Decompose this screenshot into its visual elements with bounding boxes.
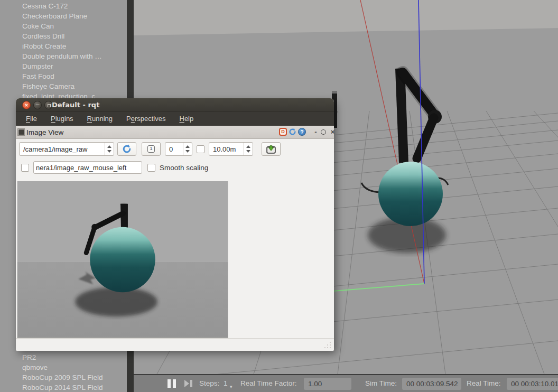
refresh-icon xyxy=(122,144,132,154)
help-icon[interactable]: ? xyxy=(298,128,306,136)
model-list-item[interactable]: Cordless Drill xyxy=(22,31,102,41)
resize-grip[interactable] xyxy=(324,342,331,348)
camera-teal-sphere xyxy=(90,227,155,293)
image-view-dock-titlebar[interactable]: Image View D ? - × xyxy=(16,126,334,139)
model-list-item[interactable]: Fast Food xyxy=(22,71,102,81)
dock-widget-icon xyxy=(17,128,25,136)
window-close-button[interactable]: × xyxy=(22,101,31,109)
window-minimize-button[interactable]: − xyxy=(33,101,42,109)
teal-sphere xyxy=(378,162,443,226)
menu-item[interactable]: Running xyxy=(81,113,118,125)
dock-title: Image View xyxy=(26,126,63,139)
dock-float-icon[interactable] xyxy=(321,129,326,135)
mouse-topic-value: nera1/image_raw_mouse_left xyxy=(36,164,126,172)
gazebo-application: Cessna C-172Checkerboard PlaneCoke CanCo… xyxy=(0,0,558,392)
model-list-item[interactable]: Fisheye Camera xyxy=(22,81,102,91)
steps-label: Steps: xyxy=(199,375,219,392)
max-range-value: 10.00m xyxy=(213,145,236,153)
model-list-item[interactable]: iRobot Create xyxy=(22,41,102,51)
rqt-menubar: FilePluginsRunningPerspectivesHelp xyxy=(16,112,334,126)
steps-value[interactable]: 1 xyxy=(224,375,228,392)
menu-item[interactable]: Help xyxy=(173,113,199,125)
save-image-icon xyxy=(266,145,276,154)
topic-combobox-value: /camera1/image_raw xyxy=(23,145,87,153)
model-list-bottom: PR2qbmoveRoboCup 2009 SPL FieldRoboCup 2… xyxy=(22,352,103,392)
menu-item[interactable]: Plugins xyxy=(45,113,79,125)
model-list-item[interactable]: Checkerboard Plane xyxy=(22,11,102,21)
image-view-toolbar: /camera1/image_raw 1 0 xyxy=(16,139,334,177)
refresh-topics-button[interactable] xyxy=(117,142,136,156)
real-time-value: 00 00:03:10.011 xyxy=(507,378,558,390)
rqt-titlebar[interactable]: × − Default - rqt xyxy=(16,98,334,112)
dynamic-range-checkbox[interactable] xyxy=(197,145,204,153)
steps-dropdown-caret[interactable]: ▾ xyxy=(230,378,232,392)
model-list-item[interactable]: qbmove xyxy=(22,362,103,372)
real-time-label: Real Time: xyxy=(467,375,501,392)
model-list-item[interactable]: Cessna C-172 xyxy=(22,1,102,11)
rqt-statusbar xyxy=(16,338,334,351)
rotate-spinbox[interactable]: 0 xyxy=(165,142,192,156)
smooth-scaling-label: Smooth scaling xyxy=(160,164,208,172)
model-list-item[interactable]: PR2 xyxy=(22,352,103,362)
camera-image[interactable] xyxy=(17,181,228,338)
smooth-scaling-checkbox[interactable] xyxy=(147,164,155,172)
plugin-badge-icon: D xyxy=(279,128,287,136)
model-list-item[interactable]: Double pendulum with … xyxy=(22,51,102,61)
menu-item[interactable]: File xyxy=(20,113,43,125)
model-list-top: Cessna C-172Checkerboard PlaneCoke CanCo… xyxy=(22,1,102,101)
topic-combobox[interactable]: /camera1/image_raw xyxy=(19,142,114,156)
sim-time-label: Sim Time: xyxy=(365,375,397,392)
reload-plugin-icon[interactable] xyxy=(289,128,296,136)
zoom-one-icon: 1 xyxy=(147,145,155,153)
sim-time-value: 00 00:03:09.542 xyxy=(402,378,461,390)
menu-item[interactable]: Perspectives xyxy=(120,113,171,125)
model-list-item[interactable]: RoboCup 2009 SPL Field xyxy=(22,372,103,382)
pause-button[interactable] xyxy=(168,379,178,388)
real-time-factor-value: 1.00 xyxy=(304,378,351,390)
dock-minimize-icon[interactable]: - xyxy=(312,128,320,136)
rotate-value: 0 xyxy=(169,145,173,153)
simulation-status-bar: Steps: 1 ▾ Real Time Factor: 1.00 Sim Ti… xyxy=(134,374,558,392)
real-time-factor-label: Real Time Factor: xyxy=(240,375,297,392)
dock-close-icon[interactable]: × xyxy=(329,128,337,136)
camera-image-area xyxy=(16,177,334,338)
zoom-one-button[interactable]: 1 xyxy=(142,142,161,156)
save-image-button[interactable] xyxy=(262,142,281,156)
mouse-topic-input[interactable]: nera1/image_raw_mouse_left xyxy=(33,161,142,174)
publish-mouse-checkbox[interactable] xyxy=(21,164,29,172)
combobox-spinner[interactable] xyxy=(105,143,114,155)
model-list-item[interactable]: Coke Can xyxy=(22,21,102,31)
model-list-item[interactable]: Dumpster xyxy=(22,61,102,71)
model-list-item[interactable]: RoboCup 2014 SPL Field xyxy=(22,382,103,392)
max-range-spinbox[interactable]: 10.00m xyxy=(209,142,253,156)
window-title: Default - rqt xyxy=(52,98,99,112)
step-button[interactable] xyxy=(184,380,194,388)
rqt-window: × − Default - rqt FilePluginsRunningPers… xyxy=(16,98,334,350)
